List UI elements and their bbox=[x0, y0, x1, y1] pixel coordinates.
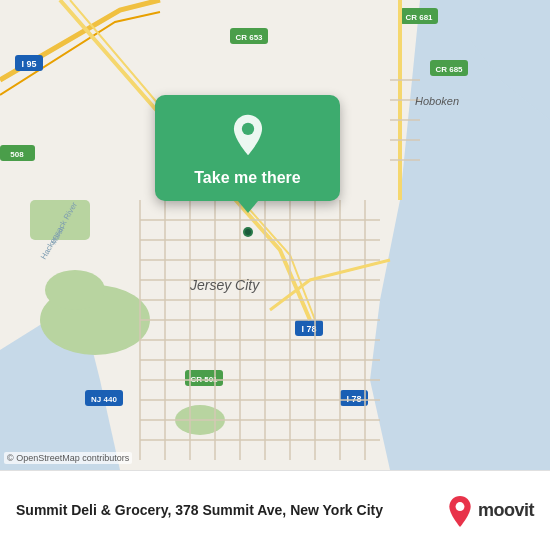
svg-text:Jersey City: Jersey City bbox=[189, 277, 260, 293]
svg-text:NJ 440: NJ 440 bbox=[91, 395, 117, 404]
map-area[interactable]: I 95 508 CR 653 CR 681 CR 685 I 78 I 78 … bbox=[0, 0, 550, 470]
svg-text:CR 685: CR 685 bbox=[435, 65, 463, 74]
svg-text:I 95: I 95 bbox=[21, 59, 36, 69]
navigation-popup[interactable]: Take me there bbox=[155, 95, 340, 201]
svg-text:Hoboken: Hoboken bbox=[415, 95, 459, 107]
take-me-there-button[interactable]: Take me there bbox=[194, 169, 300, 187]
svg-text:508: 508 bbox=[10, 150, 24, 159]
map-background: I 95 508 CR 653 CR 681 CR 685 I 78 I 78 … bbox=[0, 0, 550, 470]
moovit-pin-icon bbox=[446, 495, 474, 527]
svg-point-5 bbox=[45, 270, 105, 310]
svg-text:CR 653: CR 653 bbox=[235, 33, 263, 42]
place-name-label: Summit Deli & Grocery, 378 Summit Ave, N… bbox=[16, 501, 446, 519]
location-pin-icon bbox=[226, 113, 270, 157]
map-attribution: © OpenStreetMap contributors bbox=[4, 452, 132, 464]
place-info: Summit Deli & Grocery, 378 Summit Ave, N… bbox=[16, 501, 446, 519]
svg-text:I 78: I 78 bbox=[346, 394, 361, 404]
moovit-logo: moovit bbox=[446, 495, 534, 527]
moovit-brand-label: moovit bbox=[478, 500, 534, 521]
svg-point-60 bbox=[456, 502, 465, 511]
svg-text:CR 681: CR 681 bbox=[405, 13, 433, 22]
svg-point-58 bbox=[245, 229, 251, 235]
svg-point-59 bbox=[241, 123, 253, 135]
bottom-info-bar: Summit Deli & Grocery, 378 Summit Ave, N… bbox=[0, 470, 550, 550]
